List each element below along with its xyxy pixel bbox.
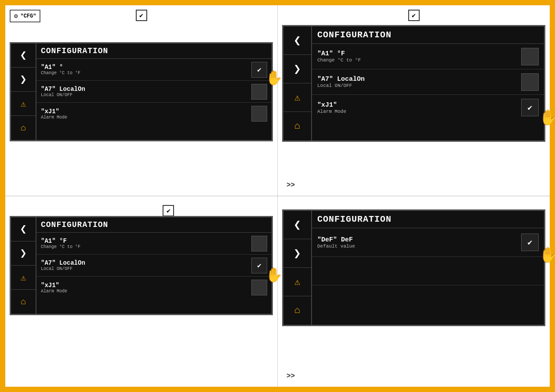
menu-item-tr-3[interactable]: "xJ1" Alarm Mode ✔ 🤚 (312, 95, 544, 120)
arrow-left-icon: ❮ (20, 48, 27, 62)
back-button-tl[interactable]: ❮ (11, 43, 36, 68)
menu-sublabel-tl-1: Change °C to °F (41, 71, 251, 76)
check-box-tr-3[interactable]: ✔ (521, 99, 539, 116)
screen-tl: ❮ ❯ ⚠ ⌂ CONFIGURATION (10, 42, 273, 141)
check-box-tr-2[interactable] (521, 73, 539, 91)
warning-button-br[interactable]: ⚠ (283, 268, 311, 296)
menu-item-tl-1-text: "A1" ° Change °C to °F (41, 64, 251, 76)
home-button-bl[interactable]: ⌂ (11, 290, 36, 314)
hand-pointer-br-1: 🤚 (539, 246, 555, 264)
sidebar-tl: ❮ ❯ ⚠ ⌂ (11, 43, 36, 140)
home-button-tl[interactable]: ⌂ (11, 116, 36, 140)
arrow-right-icon-bl: ❯ (20, 246, 27, 260)
quadrant-top-left: ⚙ "CFG" ✔ ❮ ❯ (5, 5, 278, 196)
screen-tr: ❮ ❯ ⚠ ⌂ CONFIGURATION (282, 25, 545, 142)
next-button-br[interactable]: ❯ (283, 239, 311, 268)
sidebar-tr: ❮ ❯ ⚠ ⌂ (283, 26, 312, 140)
menu-label-bl-2: "A7" LocalOn (41, 259, 251, 266)
home-icon-br: ⌂ (294, 305, 300, 316)
menu-label-bl-3: "xJ1" (41, 282, 251, 289)
menu-item-tr-2[interactable]: "A7" LocalOn Local ON/OFF (312, 69, 544, 95)
hand-pointer-tr-3: 🤚 (539, 108, 555, 127)
screen-title-br: CONFIGURATION (312, 211, 544, 228)
top-bar (0, 0, 555, 5)
quadrant-bottom-right: ❮ ❯ ⚠ ⌂ CONFIGURATION (278, 196, 550, 387)
check-box-tr-1[interactable] (521, 48, 539, 65)
next-button-tl[interactable]: ❯ (11, 68, 36, 92)
checkmark-indicator-bl: ✔ (163, 205, 174, 216)
warning-icon-br: ⚠ (294, 276, 300, 288)
main-container: ⚙ "CFG" ✔ ❮ ❯ (0, 0, 555, 392)
arrow-left-icon-tr: ❮ (294, 33, 301, 48)
screen-content-bl: CONFIGURATION "A1" °F Change °C to °F (36, 217, 272, 314)
menu-sublabel-bl-2: Local ON/OFF (41, 266, 251, 271)
next-button-bl[interactable]: ❯ (11, 241, 36, 266)
forward-indicator-br: >> (287, 372, 295, 380)
menu-item-br-1[interactable]: "DeF" DeF Default value ✔ 🤚 (312, 228, 544, 257)
menu-label-br-1: "DeF" DeF (317, 236, 521, 244)
screen-content-br: CONFIGURATION "DeF" DeF Default value ✔ … (312, 211, 544, 325)
arrow-right-icon: ❯ (20, 72, 27, 86)
sidebar-br: ❮ ❯ ⚠ ⌂ (283, 211, 312, 325)
arrow-right-icon-tr: ❯ (294, 61, 301, 76)
screen-title-tl: CONFIGURATION (36, 43, 272, 59)
screen-bl: ❮ ❯ ⚠ ⌂ CONFIGURATION (10, 216, 273, 315)
screen-title-tr: CONFIGURATION (312, 26, 544, 44)
menu-item-bl-3[interactable]: "xJ1" Alarm Mode (36, 277, 272, 298)
home-button-tr[interactable]: ⌂ (283, 112, 311, 140)
menu-label-tr-3: "xJ1" (317, 101, 521, 109)
menu-sublabel-tl-2: Local ON/OFF (41, 93, 251, 97)
menu-item-tl-1[interactable]: "A1" ° Change °C to °F ✔ 🤚 (36, 59, 272, 81)
home-icon-tr: ⌂ (294, 121, 300, 132)
warning-button-tl[interactable]: ⚠ (11, 92, 36, 116)
menu-item-tr-3-text: "xJ1" Alarm Mode (317, 101, 521, 114)
arrow-left-icon-br: ❮ (294, 217, 301, 232)
menu-sublabel-tl-3: Alarm Mode (41, 115, 251, 120)
warning-button-tr[interactable]: ⚠ (283, 83, 311, 112)
menu-item-br-3 (312, 285, 544, 314)
back-button-bl[interactable]: ❮ (11, 217, 36, 241)
cfg-badge: ⚙ "CFG" (10, 10, 40, 22)
menu-label-tr-2: "A7" LocalOn (317, 76, 521, 83)
warning-button-bl[interactable]: ⚠ (11, 266, 36, 290)
bottom-section: ✔ ❮ ❯ ⚠ (5, 196, 550, 387)
warning-icon-bl: ⚠ (21, 272, 26, 283)
sidebar-bl: ❮ ❯ ⚠ ⌂ (11, 217, 36, 314)
menu-label-tl-1: "A1" ° (41, 64, 251, 71)
menu-item-tr-1[interactable]: "A1" °F Change °C to °F (312, 44, 544, 69)
menu-sublabel-br-1: Default value (317, 244, 521, 249)
menu-sublabel-tr-3: Alarm Mode (317, 109, 521, 114)
gear-icon: ⚙ (14, 12, 18, 20)
screen-content-tl: CONFIGURATION "A1" ° Change °C to °F ✔ 🤚 (36, 43, 272, 140)
menu-item-bl-1-text: "A1" °F Change °C to °F (41, 237, 251, 249)
screen-title-bl: CONFIGURATION (36, 217, 272, 233)
menu-label-tl-3: "xJ1" (41, 108, 251, 115)
warning-icon-tr: ⚠ (294, 92, 300, 104)
warning-icon-tl: ⚠ (21, 98, 26, 109)
arrow-right-icon-br: ❯ (294, 246, 301, 261)
back-button-tr[interactable]: ❮ (283, 26, 311, 55)
screen-content-tr: CONFIGURATION "A1" °F Change °C to °F (312, 26, 544, 140)
check-box-br-1[interactable]: ✔ (521, 234, 539, 251)
menu-item-tl-2[interactable]: "A7" LocalOn Local ON/OFF (36, 81, 272, 103)
checkmark-indicator-tr: ✔ (408, 10, 420, 21)
menu-item-tr-2-text: "A7" LocalOn Local ON/OFF (317, 76, 521, 88)
arrow-left-icon-bl: ❮ (20, 222, 27, 236)
menu-label-bl-1: "A1" °F (41, 237, 251, 245)
menu-sublabel-tr-2: Local ON/OFF (317, 83, 521, 88)
menu-item-tl-3-text: "xJ1" Alarm Mode (41, 108, 251, 120)
quadrant-bottom-left: ✔ ❮ ❯ ⚠ (5, 196, 278, 387)
next-button-tr[interactable]: ❯ (283, 55, 311, 83)
home-button-br[interactable]: ⌂ (283, 296, 311, 325)
menu-sublabel-tr-1: Change °C to °F (317, 58, 521, 63)
menu-item-bl-1[interactable]: "A1" °F Change °C to °F (36, 233, 272, 255)
hand-pointer-tl-1: 🤚 (265, 69, 283, 87)
menu-item-bl-3-text: "xJ1" Alarm Mode (41, 282, 251, 294)
menu-item-bl-2[interactable]: "A7" LocalOn Local ON/OFF ✔ 🤚 (36, 255, 272, 277)
check-box-tl-3[interactable] (251, 106, 267, 122)
quadrant-top-right: ✔ ❮ ❯ ⚠ (278, 5, 550, 196)
menu-sublabel-bl-3: Alarm Mode (41, 289, 251, 294)
back-button-br[interactable]: ❮ (283, 211, 311, 239)
menu-item-tl-3[interactable]: "xJ1" Alarm Mode (36, 103, 272, 125)
check-box-bl-1[interactable] (251, 236, 267, 252)
